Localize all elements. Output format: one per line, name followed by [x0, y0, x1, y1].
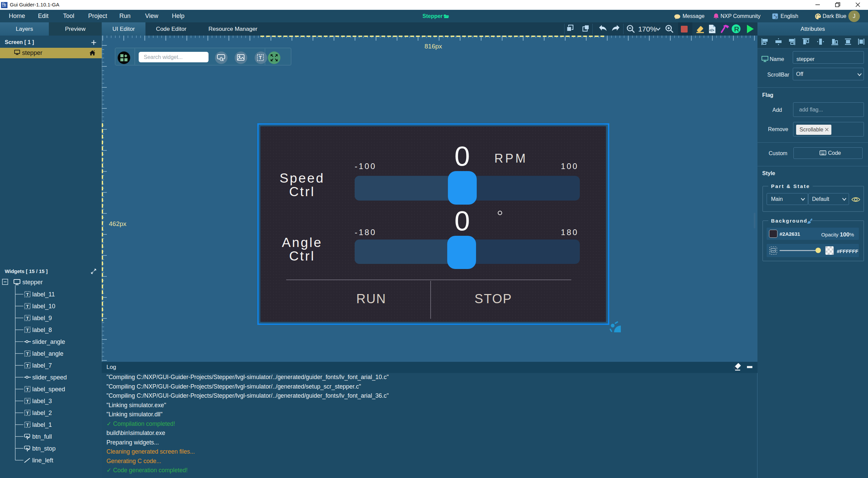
svg-text:T: T [26, 304, 29, 309]
svg-text:T: T [26, 351, 29, 356]
svg-text:T: T [26, 387, 29, 392]
svg-text:T: T [259, 55, 262, 60]
svg-text:R: R [734, 25, 739, 33]
svg-text:文: 文 [775, 16, 778, 19]
svg-text:T: T [26, 328, 29, 333]
svg-text:T: T [26, 411, 29, 416]
svg-text:T: T [26, 363, 29, 368]
svg-text:T: T [26, 399, 29, 404]
svg-text:</>: </> [709, 28, 714, 32]
svg-text:T: T [26, 422, 29, 428]
svg-text:T: T [26, 292, 29, 297]
svg-text:T: T [26, 316, 29, 321]
